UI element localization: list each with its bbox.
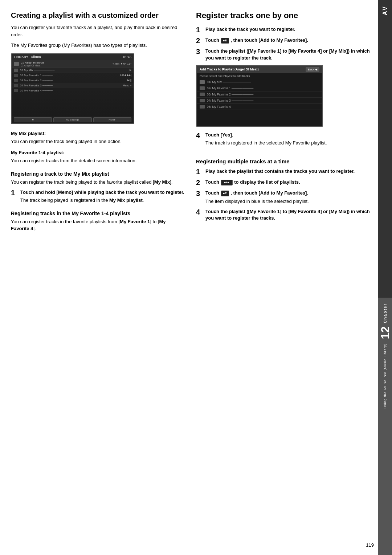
mult-step3-sub: The item displayed in blue is the select… [205,198,374,205]
av-label: AV [382,5,388,15]
mult-step4-main: Touch the playlist ([My Favorite 1] to [… [205,208,374,221]
right-step1-main: Play back the track you want to register… [205,26,374,33]
intro-text-1: You can register your favorite tracks as… [11,24,185,38]
right-step-3: 3 Touch the playlist ([My Favorite 1] to… [196,48,374,61]
registering-track-text: You can register the track being played … [11,179,185,186]
ss2-item-2: 03/ My Favorite 2 ────────── [197,91,322,98]
registering-my-favorite-text: You can register tracks in the favorite … [11,218,185,232]
right-step3-main: Touch the playlist ([My Favorite 1] to [… [205,48,374,61]
mult-step-2: 2 Touch ■+■ to display the list of playl… [196,179,374,186]
mult-step-3: 3 Touch ■E , then touch [Add to My Favor… [196,190,374,205]
left-step1-main: Touch and hold [Memo] while playing back… [20,189,185,196]
icon-playlist-list: ■+■ [221,180,233,185]
page-number: 119 [366,542,374,548]
left-step1-sub: The track being played is registered in … [20,197,185,204]
av-sidebar: AV [378,0,392,298]
left-step-1: 1 Touch and hold [Memo] while playing ba… [11,189,185,204]
right-column: Register tracks one by one 1 Play back t… [196,11,374,544]
right-step4-sub: The track is registered in the selected … [205,139,374,147]
left-section-title: Creating a playlist with a customized or… [11,11,185,20]
my-mix-text: You can register the track being played … [11,138,185,145]
right-step2-add-fav: Add to My Favorites [260,37,305,43]
chapter-number: 12 [379,326,392,339]
mult-step1-main: Play back the playlist that contains the… [205,168,374,175]
my-mix-label: My Mix playlist: [11,131,185,136]
icon-add-fav: ■E [221,191,229,196]
source-label: Using the AV Source (Music Library) [383,343,387,408]
mult-step-4: 4 Touch the playlist ([My Favorite 1] to… [196,208,374,221]
mult-step-1: 1 Play back the playlist that contains t… [196,168,374,175]
ss2-title: Add Tracks to Playlist (Angel Of Meat) [200,68,259,71]
screenshot-add-tracks: Add Tracks to Playlist (Angel Of Meat) B… [196,65,323,127]
ss2-item-1: 02/ My Favorite 1 ────────── [197,85,322,91]
ss2-back-btn: Back ◀ [306,67,319,72]
ss2-subtitle: Please select one Playlist to add tracks [197,73,322,79]
content-area: Creating a playlist with a customized or… [0,0,378,555]
chapter-label: Chapter [383,303,387,323]
left-column: Creating a playlist with a customized or… [11,11,185,544]
right-step-2: 2 Touch ■E , then touch [Add to My Favor… [196,37,374,44]
my-favorite-text: You can register tracks from the detaile… [11,157,185,164]
ss2-item-4: 05/ My Favorite 4 ────────── [197,104,322,110]
right-step-4: 4 Touch [Yes]. The track is registered i… [196,132,374,147]
registering-my-favorite-title: Registering tracks in the My Favorite 1-… [11,211,185,216]
right-step-1: 1 Play back the track you want to regist… [196,26,374,33]
icon-memo: ■E [221,38,229,44]
right-section-title: Register tracks one by one [196,11,374,20]
screenshot-library: LIBRARY Album 01:45 01 Reign In Blood 01… [11,53,134,124]
right-step4-main: Touch [Yes]. [205,132,374,138]
ss2-item-3: 04/ My Favorite 3 ────────── [197,98,322,104]
intro-text-2: The My Favorites group (My Favorites) ha… [11,42,185,49]
chapter-sidebar: Chapter 12 Using the AV Source (Music Li… [378,298,392,555]
ss2-item-0: 01/ My Mix ───────────── [197,79,322,85]
registering-multiple-title: Registering multiple tracks at a time [196,153,374,164]
registering-track-title: Registering a track to the My Mix playli… [11,171,185,177]
my-favorite-label: My Favorite 1-4 playlist: [11,150,185,155]
